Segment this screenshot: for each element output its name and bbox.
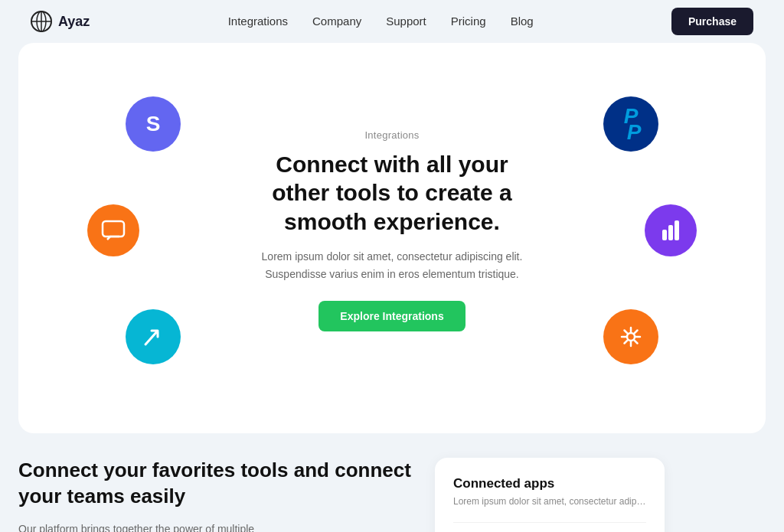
hero-title: Connect with all your other tools to cre… xyxy=(247,150,537,237)
main-wrapper: S P P xyxy=(0,43,784,532)
logo-icon xyxy=(31,11,52,32)
nav-item-company[interactable]: Company xyxy=(312,15,361,28)
svg-line-15 xyxy=(634,331,637,334)
left-content: Connect your favorites tools and connect… xyxy=(18,458,416,532)
integrations-section: S P P xyxy=(18,43,766,433)
hero-center-content: Integrations Connect with all your other… xyxy=(247,129,537,331)
svg-line-14 xyxy=(634,340,637,343)
logo-text: Ayaz xyxy=(58,14,90,30)
paypal-icon: P P xyxy=(603,96,658,152)
nav-item-support[interactable]: Support xyxy=(386,15,426,28)
nav-item-pricing[interactable]: Pricing xyxy=(451,15,486,28)
nav-links: Integrations Company Support Pricing Blo… xyxy=(228,15,534,28)
card-desc: Lorem ipsum dolor sit amet, consectetur … xyxy=(453,496,646,507)
purchase-button[interactable]: Purchase xyxy=(671,8,753,35)
bottom-description: Our platform brings together the power o… xyxy=(18,521,309,532)
wise-icon xyxy=(126,309,181,364)
logo[interactable]: Ayaz xyxy=(31,11,90,32)
connected-apps-card: Connected apps Lorem ipsum dolor sit ame… xyxy=(435,458,665,532)
explore-integrations-button[interactable]: Explore Integrations xyxy=(318,301,465,331)
stripe-icon: S xyxy=(126,96,181,152)
bars-icon xyxy=(645,204,697,256)
hubspot-icon xyxy=(603,309,658,364)
svg-rect-6 xyxy=(668,225,673,240)
chat-icon xyxy=(87,204,139,256)
svg-rect-4 xyxy=(103,221,124,237)
hero-section-label: Integrations xyxy=(247,129,537,141)
hero-description: Lorem ipsum dolor sit amet, consectetur … xyxy=(247,248,537,282)
bottom-section: Connect your favorites tools and connect… xyxy=(0,433,784,532)
svg-rect-7 xyxy=(675,220,679,240)
integrations-grid: S P P xyxy=(18,66,766,395)
card-divider xyxy=(453,522,646,523)
card-title: Connected apps xyxy=(453,476,646,491)
svg-line-16 xyxy=(625,340,628,343)
svg-line-13 xyxy=(625,331,628,334)
svg-rect-5 xyxy=(662,230,667,240)
nav-item-blog[interactable]: Blog xyxy=(511,15,534,28)
bottom-title: Connect your favorites tools and connect… xyxy=(18,458,416,510)
nav-item-integrations[interactable]: Integrations xyxy=(228,15,288,28)
navbar: Ayaz Integrations Company Support Pricin… xyxy=(0,0,784,43)
